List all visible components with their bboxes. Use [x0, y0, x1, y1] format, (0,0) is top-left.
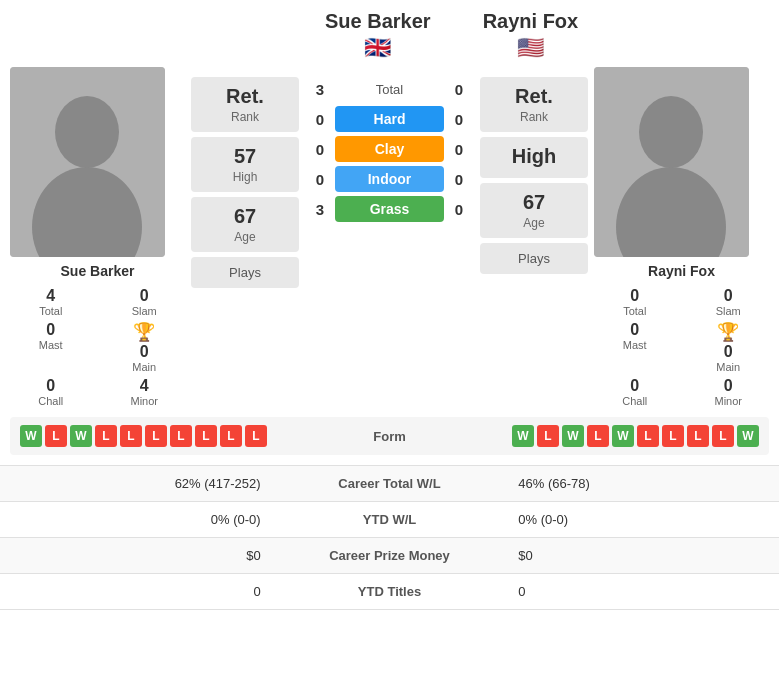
right-player-card: Rayni Fox 0 Total 0 Slam 0 Mast 🏆 0 Mai — [594, 67, 769, 407]
table-row: 0% (0-0) YTD W/L 0% (0-0) — [0, 502, 779, 538]
form-label: Form — [350, 429, 430, 444]
table-cell-left-3: 0 — [0, 574, 273, 610]
table-cell-left-2: $0 — [0, 538, 273, 574]
right-player-title: Rayni Fox — [483, 10, 579, 33]
form-badges-right: WLWLWLLLLW — [440, 425, 760, 447]
svg-point-4 — [639, 96, 703, 168]
right-age-value: 67 — [523, 191, 545, 214]
left-player-avatar — [10, 67, 165, 257]
form-left-badge-4: L — [120, 425, 142, 447]
form-right-badge-1: L — [537, 425, 559, 447]
left-trophy-icon: 🏆 — [133, 321, 155, 343]
left-rank-label: Rank — [231, 110, 259, 124]
total-score-left: 3 — [305, 81, 335, 98]
left-trophy: 🏆 0 Main — [104, 321, 186, 373]
grass-score-left: 3 — [305, 201, 335, 218]
left-rank-box: Ret. Rank — [191, 77, 299, 132]
right-plays-box: Plays — [480, 243, 588, 274]
form-right-badge-7: L — [687, 425, 709, 447]
right-trophy: 🏆 0 Main — [688, 321, 770, 373]
form-right-badge-5: L — [637, 425, 659, 447]
table-cell-left-1: 0% (0-0) — [0, 502, 273, 538]
right-age-box: 67 Age — [480, 183, 588, 238]
hard-badge: Hard — [335, 106, 444, 132]
left-player-name: Sue Barker — [10, 263, 185, 279]
form-right-badge-9: W — [737, 425, 759, 447]
table-cell-right-1: 0% (0-0) — [506, 502, 779, 538]
right-plays-label: Plays — [518, 251, 550, 266]
left-rank-value: Ret. — [226, 85, 264, 108]
right-trophy-icon: 🏆 — [717, 321, 739, 343]
left-stat-slam: 0 Slam — [104, 287, 186, 317]
form-left-badge-8: L — [220, 425, 242, 447]
clay-score-right: 0 — [444, 141, 474, 158]
grass-score-right: 0 — [444, 201, 474, 218]
surface-row-indoor: 0 Indoor 0 — [305, 166, 474, 192]
table-row: $0 Career Prize Money $0 — [0, 538, 779, 574]
left-mid-col: Ret. Rank 57 High 67 Age Plays — [191, 67, 299, 288]
indoor-score-left: 0 — [305, 171, 335, 188]
form-left-badge-7: L — [195, 425, 217, 447]
right-stat-mast: 0 Mast — [594, 321, 676, 373]
form-right-badge-3: L — [587, 425, 609, 447]
table-cell-center-2: Career Prize Money — [273, 538, 507, 574]
right-stat-slam: 0 Slam — [688, 287, 770, 317]
total-row: 3 Total 0 — [305, 77, 474, 102]
form-left-badge-6: L — [170, 425, 192, 447]
right-high-value: High — [512, 145, 556, 168]
form-badges-left: WLWLLLLLLL — [20, 425, 340, 447]
left-high-value: 57 — [234, 145, 256, 168]
right-age-label: Age — [523, 216, 544, 230]
right-player-name: Rayni Fox — [594, 263, 769, 279]
left-player-stats: 4 Total 0 Slam 0 Mast 🏆 0 Main 0 — [10, 287, 185, 407]
left-plays-label: Plays — [229, 265, 261, 280]
svg-point-1 — [55, 96, 119, 168]
center-col: 3 Total 0 0 Hard 0 0 Clay 0 0 Indoor 0 — [305, 67, 474, 222]
right-high-box: High — [480, 137, 588, 178]
left-player-card: Sue Barker 4 Total 0 Slam 0 Mast 🏆 0 Ma — [10, 67, 185, 407]
total-label: Total — [335, 82, 444, 97]
left-high-box: 57 High — [191, 137, 299, 192]
form-section: WLWLLLLLLL Form WLWLWLLLLW — [10, 417, 769, 455]
form-left-badge-9: L — [245, 425, 267, 447]
form-left-badge-3: L — [95, 425, 117, 447]
left-stat-minor: 4 Minor — [104, 377, 186, 407]
hard-score-left: 0 — [305, 111, 335, 128]
form-right-badge-6: L — [662, 425, 684, 447]
form-right-badge-2: W — [562, 425, 584, 447]
comparison-page: Sue Barker 🇬🇧 Rayni Fox 🇺🇸 Sue Barker — [0, 0, 779, 610]
left-age-box: 67 Age — [191, 197, 299, 252]
indoor-score-right: 0 — [444, 171, 474, 188]
form-left-badge-5: L — [145, 425, 167, 447]
right-stat-minor: 0 Minor — [688, 377, 770, 407]
left-player-flag: 🇬🇧 — [364, 35, 391, 61]
form-left-badge-1: L — [45, 425, 67, 447]
table-cell-right-0: 46% (66-78) — [506, 466, 779, 502]
table-cell-center-0: Career Total W/L — [273, 466, 507, 502]
right-player-avatar — [594, 67, 749, 257]
stats-table: 62% (417-252) Career Total W/L 46% (66-7… — [0, 465, 779, 610]
right-rank-value: Ret. — [515, 85, 553, 108]
surface-row-grass: 3 Grass 0 — [305, 196, 474, 222]
form-left-badge-2: W — [70, 425, 92, 447]
surface-row-hard: 0 Hard 0 — [305, 106, 474, 132]
left-stat-chall: 0 Chall — [10, 377, 92, 407]
left-stat-total: 4 Total — [10, 287, 92, 317]
form-right-badge-4: W — [612, 425, 634, 447]
form-right-badge-8: L — [712, 425, 734, 447]
left-age-value: 67 — [234, 205, 256, 228]
form-right-badge-0: W — [512, 425, 534, 447]
form-left-badge-0: W — [20, 425, 42, 447]
player-header-row: Sue Barker 🇬🇧 Rayni Fox 🇺🇸 — [0, 0, 779, 61]
clay-badge: Clay — [335, 136, 444, 162]
table-cell-left-0: 62% (417-252) — [0, 466, 273, 502]
main-layout: Sue Barker 4 Total 0 Slam 0 Mast 🏆 0 Ma — [0, 61, 779, 417]
right-mid-col: Ret. Rank High 67 Age Plays — [480, 67, 588, 274]
right-player-flag: 🇺🇸 — [517, 35, 544, 61]
left-player-title: Sue Barker — [325, 10, 431, 33]
right-rank-box: Ret. Rank — [480, 77, 588, 132]
left-plays-box: Plays — [191, 257, 299, 288]
grass-badge: Grass — [335, 196, 444, 222]
table-row: 62% (417-252) Career Total W/L 46% (66-7… — [0, 466, 779, 502]
table-row: 0 YTD Titles 0 — [0, 574, 779, 610]
